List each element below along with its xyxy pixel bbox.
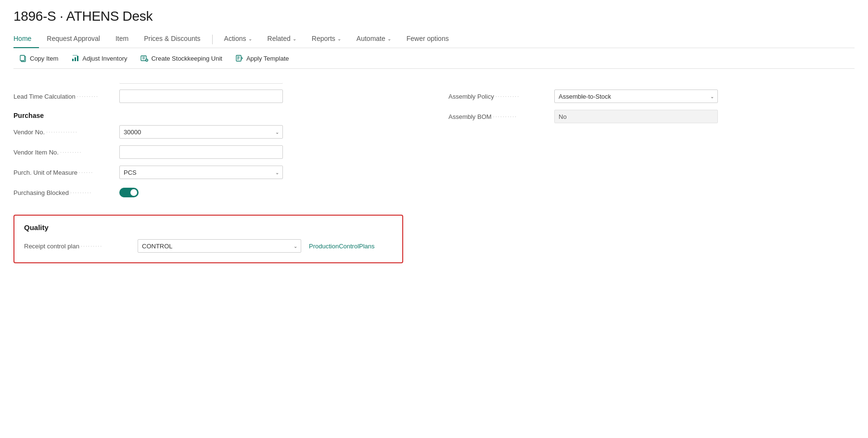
purch-uom-row: Purch. Unit of Measure ······ PCS ⌄: [13, 165, 420, 180]
receipt-control-plan-select[interactable]: CONTROL: [138, 239, 301, 253]
form-right-col: Assembly Policy ·········· Assemble-to-S…: [448, 77, 855, 205]
automate-chevron-icon: ⌄: [387, 36, 391, 41]
adjust-inventory-button[interactable]: Adjust Inventory: [66, 52, 133, 64]
form-area: Lead Time Calculation ········· Purchase…: [13, 69, 855, 271]
tab-home[interactable]: Home: [13, 31, 39, 48]
assembly-bom-row: Assembly BOM ·········· No: [448, 109, 855, 124]
receipt-control-plan-select-wrapper: CONTROL ⌄: [138, 239, 301, 253]
assembly-bom-label: Assembly BOM ··········: [448, 113, 554, 120]
assembly-policy-label: Assembly Policy ··········: [448, 93, 554, 100]
create-stockkeeping-button[interactable]: Create Stockkeeping Unit: [135, 52, 228, 64]
clipped-top-row: [13, 77, 420, 84]
svg-rect-5: [73, 55, 77, 56]
tab-related[interactable]: Related ⌄: [260, 31, 304, 48]
tab-prices-discounts[interactable]: Prices & Discounts: [136, 31, 208, 48]
clipped-label: [13, 77, 119, 84]
vendor-item-no-row: Vendor Item No. ·········: [13, 144, 420, 160]
lead-time-label: Lead Time Calculation ·········: [13, 93, 119, 100]
copy-item-button[interactable]: Copy Item: [13, 52, 64, 64]
svg-rect-1: [20, 55, 25, 61]
adjust-inventory-icon: [72, 54, 79, 62]
receipt-control-plan-label: Receipt control plan ·········: [24, 243, 130, 250]
svg-rect-4: [77, 56, 78, 61]
clipped-field: [119, 77, 283, 84]
tab-automate[interactable]: Automate ⌄: [349, 31, 399, 48]
lead-time-row: Lead Time Calculation ·········: [13, 89, 420, 104]
action-toolbar: Copy Item Adjust Inventory: [13, 48, 855, 69]
assembly-policy-row: Assembly Policy ·········· Assemble-to-S…: [448, 89, 855, 104]
tab-reports[interactable]: Reports ⌄: [304, 31, 349, 48]
vendor-no-select[interactable]: 30000: [119, 125, 283, 139]
clipped-label-right: [448, 77, 554, 84]
purchasing-blocked-toggle[interactable]: [119, 188, 139, 197]
purchasing-blocked-row: Purchasing Blocked ·········: [13, 185, 420, 200]
vendor-no-select-wrapper: 30000 ⌄: [119, 125, 283, 139]
page-title: 1896-S · ATHENS Desk: [13, 9, 855, 24]
quality-row: Receipt control plan ········· CONTROL ⌄…: [24, 239, 393, 253]
quality-section-title: Quality: [24, 223, 393, 232]
svg-rect-2: [72, 59, 74, 61]
toggle-slider: [119, 188, 139, 197]
tab-item[interactable]: Item: [108, 31, 136, 48]
actions-chevron-icon: ⌄: [248, 36, 252, 41]
production-control-plans-link[interactable]: ProductionControlPlans: [309, 243, 375, 250]
vendor-item-no-label: Vendor Item No. ·········: [13, 149, 119, 156]
form-two-col: Lead Time Calculation ········· Purchase…: [13, 77, 855, 205]
tab-request-approval[interactable]: Request Approval: [39, 31, 108, 48]
vendor-no-label: Vendor No. ·············: [13, 129, 119, 136]
quality-section: Quality Receipt control plan ········· C…: [13, 215, 403, 263]
purch-uom-select[interactable]: PCS: [119, 166, 283, 179]
purch-uom-select-wrapper: PCS ⌄: [119, 166, 283, 179]
svg-rect-3: [75, 57, 76, 61]
nav-separator: [212, 35, 213, 44]
vendor-no-row: Vendor No. ············· 30000 ⌄: [13, 124, 420, 140]
purch-uom-label: Purch. Unit of Measure ······: [13, 169, 119, 176]
reports-chevron-icon: ⌄: [337, 36, 341, 41]
create-sku-icon: [140, 54, 148, 62]
page-container: 1896-S · ATHENS Desk Home Request Approv…: [0, 0, 868, 284]
form-left-col: Lead Time Calculation ········· Purchase…: [13, 77, 420, 205]
tab-fewer-options[interactable]: Fewer options: [399, 31, 457, 48]
vendor-item-no-input[interactable]: [119, 145, 283, 159]
related-chevron-icon: ⌄: [293, 36, 296, 41]
apply-template-icon: [236, 54, 243, 62]
lead-time-input[interactable]: [119, 90, 283, 103]
purchase-section-header: Purchase: [13, 112, 420, 119]
nav-tabs: Home Request Approval Item Prices & Disc…: [13, 31, 855, 48]
copy-item-icon: [19, 54, 27, 62]
purchasing-blocked-label: Purchasing Blocked ·········: [13, 189, 119, 196]
clipped-top-row-right: [448, 77, 855, 84]
assembly-policy-select[interactable]: Assemble-to-Stock: [554, 90, 718, 103]
assembly-policy-select-wrapper: Assemble-to-Stock ⌄: [554, 90, 718, 103]
assembly-bom-field: No: [554, 110, 718, 123]
apply-template-button[interactable]: Apply Template: [230, 52, 295, 64]
tab-actions[interactable]: Actions ⌄: [217, 31, 260, 48]
